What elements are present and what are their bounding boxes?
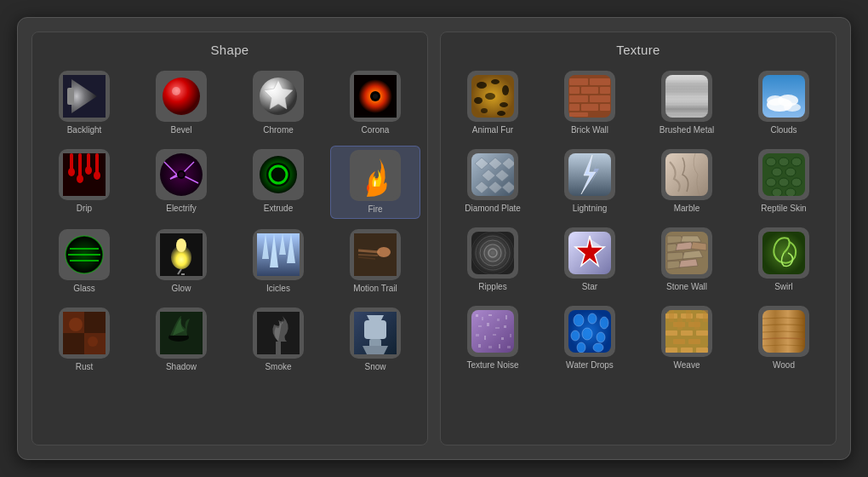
item-snow[interactable]: Snow	[330, 304, 420, 376]
svg-rect-188	[696, 348, 708, 353]
svg-point-74	[500, 102, 508, 107]
item-swirl[interactable]: Swirl	[739, 224, 829, 296]
svg-marker-66	[363, 346, 388, 354]
icon-waterdrops	[564, 306, 615, 357]
svg-point-169	[600, 317, 608, 329]
item-reptileskin[interactable]: Reptile Skin	[739, 146, 829, 217]
svg-marker-67	[367, 315, 384, 320]
item-icicles[interactable]: Icicles	[233, 226, 323, 297]
item-extrude[interactable]: Extrude	[233, 146, 323, 219]
svg-point-56	[69, 318, 83, 331]
svg-rect-161	[510, 334, 511, 337]
label-texturenoise: Texture Noise	[466, 360, 518, 371]
svg-rect-181	[665, 330, 677, 336]
svg-point-17	[77, 175, 83, 183]
label-smoke: Smoke	[265, 362, 291, 372]
svg-point-171	[582, 328, 592, 340]
item-stonewall[interactable]: Stone Wall	[642, 224, 732, 296]
svg-rect-191	[686, 310, 691, 322]
svg-rect-182	[681, 330, 693, 336]
item-brushedmetal[interactable]: Brushed Metal	[642, 67, 732, 139]
svg-rect-153	[478, 325, 482, 327]
item-corona[interactable]: Corona	[330, 67, 420, 139]
svg-marker-142	[667, 252, 684, 261]
shape-panel: Shape BacklightBevelChromeCoronaDripElec…	[31, 32, 428, 445]
icon-ripples	[467, 227, 518, 279]
svg-rect-82	[600, 87, 610, 94]
item-drip[interactable]: Drip	[39, 146, 129, 219]
svg-point-40	[176, 238, 186, 252]
icon-brickwall	[564, 71, 615, 122]
svg-rect-160	[501, 337, 504, 340]
svg-rect-85	[569, 104, 580, 111]
item-brickwall[interactable]: Brick Wall	[545, 67, 635, 139]
label-corona: Corona	[362, 125, 390, 135]
label-chrome: Chrome	[263, 125, 294, 135]
svg-point-16	[68, 168, 75, 176]
svg-rect-163	[488, 346, 492, 348]
label-stonewall: Stone Wall	[666, 282, 707, 292]
svg-point-70	[491, 79, 500, 84]
svg-point-71	[502, 85, 509, 95]
icon-snow	[350, 307, 401, 359]
item-clouds[interactable]: Clouds	[739, 67, 829, 139]
svg-rect-148	[476, 314, 478, 317]
svg-rect-84	[590, 95, 610, 102]
svg-rect-183	[696, 330, 708, 336]
label-reptileskin: Reptile Skin	[761, 204, 806, 214]
svg-point-122	[779, 178, 789, 187]
svg-rect-187	[681, 348, 693, 353]
item-glow[interactable]: Glow	[136, 226, 226, 297]
item-star[interactable]: Star	[545, 224, 635, 296]
item-shadow[interactable]: Shadow	[136, 304, 226, 376]
item-fire[interactable]: Fire	[330, 146, 420, 219]
svg-rect-150	[488, 314, 492, 316]
item-texturenoise[interactable]: Texture Noise	[448, 302, 538, 374]
item-marble[interactable]: Marble	[642, 146, 732, 217]
icon-swirl	[758, 227, 809, 279]
item-waterdrops[interactable]: Water Drops	[545, 302, 635, 374]
item-wood[interactable]: Wood	[739, 302, 829, 374]
svg-rect-87	[600, 104, 610, 111]
svg-rect-79	[590, 78, 610, 85]
icon-diamondplate	[467, 149, 518, 200]
svg-point-103	[784, 103, 801, 112]
item-diamondplate[interactable]: Diamond Plate	[448, 146, 538, 217]
svg-rect-64	[364, 320, 386, 339]
item-ripples[interactable]: Ripples	[448, 224, 538, 296]
item-motiontrail[interactable]: Motion Trail	[330, 226, 420, 297]
svg-rect-162	[478, 344, 481, 348]
svg-point-73	[485, 93, 495, 100]
svg-rect-190	[677, 318, 682, 330]
svg-rect-184	[673, 339, 685, 344]
label-bevel: Bevel	[170, 125, 191, 135]
item-lightning[interactable]: Lightning	[545, 146, 635, 217]
item-animalfur[interactable]: Animal Fur	[448, 67, 538, 139]
item-smoke[interactable]: Smoke	[233, 304, 323, 376]
item-chrome[interactable]: Chrome	[233, 67, 323, 139]
svg-rect-15	[95, 153, 99, 174]
svg-rect-151	[497, 319, 500, 321]
item-rust[interactable]: Rust	[39, 304, 129, 376]
icon-icicles	[253, 229, 304, 280]
item-electrify[interactable]: Electrify	[136, 146, 226, 219]
svg-rect-86	[581, 104, 598, 111]
item-glass[interactable]: Glass	[39, 226, 129, 297]
svg-rect-164	[499, 344, 500, 348]
svg-point-174	[593, 343, 603, 352]
svg-rect-2	[67, 88, 74, 105]
item-bevel[interactable]: Bevel	[136, 67, 226, 139]
item-backlight[interactable]: Backlight	[39, 67, 129, 139]
svg-rect-159	[493, 334, 496, 336]
icon-glow	[156, 229, 207, 280]
svg-point-72	[474, 97, 483, 104]
svg-marker-144	[667, 261, 681, 269]
label-animalfur: Animal Fur	[472, 125, 513, 135]
item-weave[interactable]: Weave	[642, 302, 732, 374]
texture-grid: Animal FurBrick WallBrushed MetalCloudsD…	[448, 67, 829, 374]
label-lightning: Lightning	[573, 204, 608, 214]
shape-grid: BacklightBevelChromeCoronaDripElectrifyE…	[39, 67, 420, 376]
shape-panel-title: Shape	[211, 43, 249, 57]
icon-reptileskin	[758, 149, 809, 200]
icon-smoke	[253, 307, 304, 359]
